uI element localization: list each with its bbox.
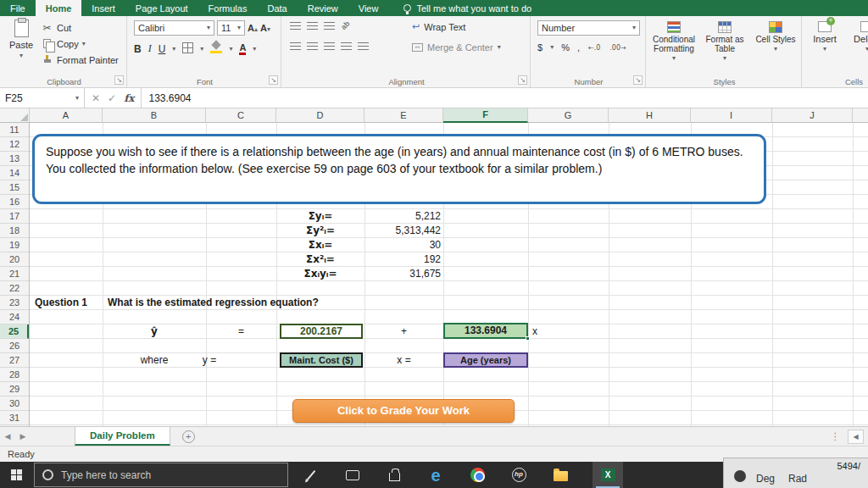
x-equals-cell[interactable]: x = xyxy=(364,353,443,368)
column-header-E[interactable]: E xyxy=(364,108,443,123)
enter-check-icon[interactable]: ✓ xyxy=(108,92,116,104)
orientation-icon[interactable]: ab xyxy=(339,19,352,32)
edge-button[interactable]: e xyxy=(426,462,445,488)
align-center-icon[interactable] xyxy=(307,42,318,50)
column-header-I[interactable]: I xyxy=(691,108,772,123)
conditional-formatting-button[interactable]: Conditional Formatting ▾ xyxy=(649,21,698,62)
calculator-rad-button[interactable]: Rad xyxy=(788,473,807,485)
column-header-F[interactable]: F xyxy=(443,108,528,123)
calculator-history-icon[interactable] xyxy=(734,470,746,482)
font-color-button[interactable]: A xyxy=(239,43,246,55)
sheet-nav-left-icon[interactable]: ◀ xyxy=(0,427,15,446)
align-left-icon[interactable] xyxy=(290,42,301,50)
stat-label-cell[interactable]: Σxᵢyᵢ= xyxy=(276,267,364,281)
stat-label-cell[interactable]: Σy²ᵢ= xyxy=(276,224,364,238)
tab-review[interactable]: Review xyxy=(298,0,348,16)
dialog-launcher-icon[interactable]: ↘ xyxy=(633,75,643,85)
name-box[interactable]: F25 ▾ xyxy=(0,88,85,108)
stat-label-cell[interactable]: Σxᵢ= xyxy=(276,238,364,252)
decrease-indent-icon[interactable] xyxy=(341,42,352,50)
column-header-G[interactable]: G xyxy=(528,108,609,123)
fill-color-button[interactable] xyxy=(210,42,222,56)
stat-value-cell[interactable]: 5,212 xyxy=(364,209,441,224)
column-header-B[interactable]: B xyxy=(103,108,206,123)
delete-cells-button[interactable]: Delete ▾ xyxy=(848,21,868,53)
start-button[interactable] xyxy=(11,469,23,481)
tab-file[interactable]: File xyxy=(0,0,36,16)
font-size-combo[interactable]: 11▾ xyxy=(217,20,245,36)
underline-button[interactable]: U xyxy=(159,43,166,55)
comma-button[interactable]: , xyxy=(577,42,580,53)
grid[interactable]: 1112131415161718192021222324252627282930… xyxy=(0,123,868,426)
age-years-cell[interactable]: Age (years) xyxy=(443,352,528,368)
decrease-decimal-icon[interactable]: .00→ xyxy=(609,43,626,53)
cut-button[interactable]: ✂Cut xyxy=(41,21,119,34)
align-top-icon[interactable] xyxy=(290,22,301,30)
tab-formulas[interactable]: Formulas xyxy=(198,0,258,16)
problem-callout-shape[interactable]: Suppose you wish to see if there is a re… xyxy=(32,134,766,204)
column-header-D[interactable]: D xyxy=(276,108,364,123)
increase-font-icon[interactable]: A▴ xyxy=(248,23,258,33)
bold-button[interactable]: B xyxy=(134,43,142,55)
dialog-launcher-icon[interactable]: ↘ xyxy=(518,75,527,85)
stat-value-cell[interactable]: 192 xyxy=(364,252,441,267)
column-header-C[interactable]: C xyxy=(206,108,276,123)
equals-cell[interactable]: = xyxy=(206,324,276,339)
grade-work-button[interactable]: Click to Grade Your Work xyxy=(292,399,515,423)
stat-value-cell[interactable]: 31,675 xyxy=(364,267,441,281)
maint-cost-cell[interactable]: Maint. Cost ($) xyxy=(280,352,363,368)
align-right-icon[interactable] xyxy=(324,42,335,50)
file-explorer-button[interactable] xyxy=(551,462,570,488)
italic-button[interactable]: I xyxy=(148,42,152,55)
chrome-button[interactable] xyxy=(468,462,487,488)
y-hat-cell[interactable]: ŷ xyxy=(103,324,206,339)
question-number-cell[interactable]: Question 1 xyxy=(35,296,103,310)
cell-styles-button[interactable]: Cell Styles ▾ xyxy=(751,21,800,53)
percent-button[interactable]: % xyxy=(561,42,570,53)
increase-decimal-icon[interactable]: ←.0 xyxy=(587,43,601,53)
align-middle-icon[interactable] xyxy=(307,22,318,30)
decrease-font-icon[interactable]: A▾ xyxy=(260,23,270,33)
sheet-nav-right-icon[interactable]: ▶ xyxy=(15,427,31,446)
insert-function-icon[interactable]: fx xyxy=(124,92,134,104)
question-text-cell[interactable]: What is the estimated regression equatio… xyxy=(108,296,387,310)
paste-button[interactable]: Paste ▾ xyxy=(5,19,37,72)
currency-button[interactable]: $ xyxy=(537,42,542,53)
dialog-launcher-icon[interactable]: ↘ xyxy=(114,75,124,85)
align-bottom-icon[interactable] xyxy=(324,22,335,30)
wrap-text-button[interactable]: ↩ Wrap Text xyxy=(412,21,465,32)
stat-label-cell[interactable]: Σyᵢ= xyxy=(276,209,364,224)
column-header-H[interactable]: H xyxy=(609,108,691,123)
format-painter-button[interactable]: Format Painter xyxy=(41,53,119,66)
column-header-J[interactable]: J xyxy=(772,108,853,123)
hscroll-left-icon[interactable]: ◀ xyxy=(848,430,864,444)
new-sheet-icon[interactable]: + xyxy=(182,430,195,443)
tab-data[interactable]: Data xyxy=(257,0,297,16)
calculator-overlay[interactable]: 5494/ Deg Rad xyxy=(723,458,868,488)
number-format-combo[interactable]: Number ▾ xyxy=(537,20,640,36)
store-button[interactable] xyxy=(385,462,403,488)
tab-home[interactable]: Home xyxy=(36,0,82,16)
borders-button[interactable] xyxy=(182,42,193,56)
merge-center-button[interactable]: ↔ Merge & Center ▾ xyxy=(412,42,501,53)
taskbar-search[interactable]: Type here to search xyxy=(34,463,288,487)
format-as-table-button[interactable]: Format as Table ▾ xyxy=(700,21,749,62)
formula-input[interactable]: 133.6904 xyxy=(142,88,198,108)
font-name-combo[interactable]: Calibri▾ xyxy=(134,20,214,36)
tab-overflow-dots-icon[interactable]: ⋮ xyxy=(831,430,841,442)
plus-cell[interactable]: + xyxy=(364,324,443,339)
dialog-launcher-icon[interactable]: ↘ xyxy=(269,75,278,85)
task-view-button[interactable] xyxy=(343,462,362,488)
tell-me[interactable]: Tell me what you want to do xyxy=(395,0,540,16)
stat-label-cell[interactable]: Σx²ᵢ= xyxy=(276,252,364,267)
select-all-corner[interactable] xyxy=(0,108,30,122)
sheet-tab-daily-problem[interactable]: Daily Problem xyxy=(75,427,170,446)
tab-page-layout[interactable]: Page Layout xyxy=(125,0,198,16)
increase-indent-icon[interactable] xyxy=(358,42,369,50)
stat-value-cell[interactable]: 5,313,442 xyxy=(364,224,441,238)
pen-workspace-button[interactable] xyxy=(302,462,320,488)
tab-insert[interactable]: Insert xyxy=(81,0,125,16)
y-equals-cell[interactable]: y = xyxy=(191,353,228,368)
fill-handle[interactable] xyxy=(526,336,530,341)
insert-cells-button[interactable]: Insert ▾ xyxy=(805,21,844,53)
